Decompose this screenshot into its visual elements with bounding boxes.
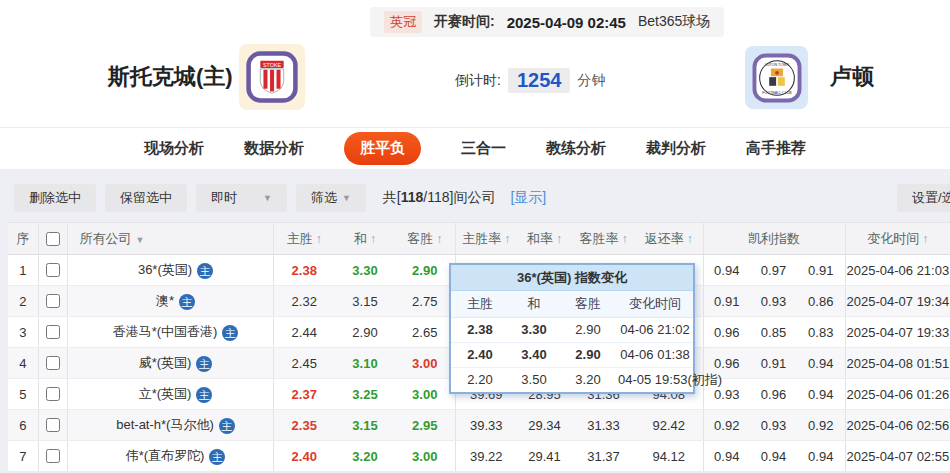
change-time-cell: 2025-04-07 19:34 <box>845 286 950 317</box>
kelly-cell: 0.94 <box>703 255 750 286</box>
odds-cell: 2.75 <box>395 286 455 317</box>
col-draw-rate[interactable]: 和率↑ <box>517 223 572 255</box>
kelly-cell: 0.86 <box>797 286 845 317</box>
sort-asc-icon: ↑ <box>622 232 628 246</box>
toolbar: 删除选中 保留选中 即时 ▼ 筛选 ▼ 共[118/118]间公司 [显示] <box>14 184 546 212</box>
settings-button[interactable]: 设置/选择 <box>897 184 950 212</box>
venue-name: Bet365球场 <box>638 13 710 31</box>
company-cell[interactable]: 立*(英国)主 <box>67 379 273 410</box>
odds-cell: 3.00 <box>395 379 455 410</box>
nav-tab-2[interactable]: 数据分析 <box>244 139 304 158</box>
kelly-cell: 0.93 <box>750 410 797 441</box>
company-cell[interactable]: 香港马*(中国香港)主 <box>67 317 273 348</box>
company-cell[interactable]: bet-at-h*(马尔他)主 <box>67 410 273 441</box>
nav-tab-4[interactable]: 三合一 <box>461 139 506 158</box>
row-checkbox[interactable] <box>46 263 60 277</box>
host-badge-icon: 主 <box>219 418 235 434</box>
col-kelly-index: 凯利指数 <box>703 223 845 255</box>
odds-cell: 2.35 <box>273 410 335 441</box>
odds-cell: 3.00 <box>395 441 455 472</box>
odds-cell: 2.40 <box>273 441 335 472</box>
odds-cell: 2.32 <box>273 286 335 317</box>
change-time-cell: 2025-04-06 21:03 <box>845 255 950 286</box>
row-checkbox[interactable] <box>46 418 60 432</box>
row-checkbox[interactable] <box>46 356 60 370</box>
popup-table-body: 2.383.302.9004-06 21:022.403.402.9004-06… <box>451 317 693 392</box>
col-home-win[interactable]: 主胜↑ <box>273 223 335 255</box>
odds-cell: 3.15 <box>335 286 395 317</box>
popup-header-row: 主胜 和 客胜 变化时间 <box>451 291 693 317</box>
kelly-cell: 0.91 <box>797 255 845 286</box>
row-checkbox[interactable] <box>46 325 60 339</box>
nav-tab-6[interactable]: 裁判分析 <box>646 139 706 158</box>
delete-selected-button[interactable]: 删除选中 <box>14 184 96 212</box>
company-cell[interactable]: 36*(英国)主 <box>67 255 273 286</box>
popup-cell: 2.90 <box>559 342 617 367</box>
chevron-down-icon: ▼ <box>263 193 272 203</box>
kelly-cell: 0.85 <box>750 317 797 348</box>
col-company[interactable]: 所有公司▼ <box>67 223 273 255</box>
col-away-win[interactable]: 客胜↑ <box>395 223 455 255</box>
company-name: bet-at-h*(马尔他) <box>116 417 214 432</box>
change-time-cell: 2025-04-08 01:51 <box>845 348 950 379</box>
league-badge: 英冠 <box>384 11 422 33</box>
change-time-cell: 2025-04-06 01:26 <box>845 379 950 410</box>
sort-asc-icon: ↑ <box>922 232 928 246</box>
host-badge-icon: 主 <box>209 449 225 465</box>
company-name: 澳* <box>156 293 174 308</box>
popup-cell: 3.40 <box>509 342 559 367</box>
col-change-time[interactable]: 变化时间↑ <box>845 223 950 255</box>
odds-cell: 2.38 <box>273 255 335 286</box>
host-badge-icon: 主 <box>197 263 213 279</box>
odds-cell: 2.44 <box>273 317 335 348</box>
svg-text:STOKE: STOKE <box>263 62 282 68</box>
nav-tab-5[interactable]: 教练分析 <box>546 139 606 158</box>
home-team-name: 斯托克城(主) <box>108 62 233 92</box>
row-select-cell <box>38 379 67 410</box>
popup-cell: 2.20 <box>451 367 509 392</box>
nav-tab-3[interactable]: 胜平负 <box>344 132 421 165</box>
sort-asc-icon: ↑ <box>370 232 376 246</box>
instant-dropdown[interactable]: 即时 ▼ <box>196 184 287 212</box>
countdown-value: 1254 <box>508 68 571 93</box>
kickoff-time: 2025-04-09 02:45 <box>507 14 626 31</box>
keep-selected-button[interactable]: 保留选中 <box>105 184 187 212</box>
countdown-label: 倒计时: <box>455 72 501 90</box>
nav-tab-1[interactable]: 现场分析 <box>144 139 204 158</box>
row-checkbox[interactable] <box>46 294 60 308</box>
col-select <box>38 223 67 255</box>
odds-cell: 3.20 <box>335 441 395 472</box>
rate-cell: 29.34 <box>517 410 572 441</box>
popup-row: 2.203.503.2004-05 19:53(初指) <box>451 367 693 392</box>
company-cell[interactable]: 威*(英国)主 <box>67 348 273 379</box>
row-number: 7 <box>8 441 38 472</box>
company-cell[interactable]: 澳*主 <box>67 286 273 317</box>
row-checkbox[interactable] <box>46 449 60 463</box>
nav-tab-7[interactable]: 高手推荐 <box>746 139 806 158</box>
col-away-rate[interactable]: 客胜率↑ <box>572 223 635 255</box>
stoke-city-crest-icon: STOKE <box>245 50 299 104</box>
kelly-cell: 0.94 <box>750 441 797 472</box>
col-home-rate[interactable]: 主胜率↑ <box>455 223 517 255</box>
filter-dropdown[interactable]: 筛选 ▼ <box>296 184 366 212</box>
away-team-logo: LUTON TOWN FOOTBALL CLUB <box>745 46 808 109</box>
select-all-checkbox[interactable] <box>46 232 60 246</box>
svg-text:FOOTBALL CLUB: FOOTBALL CLUB <box>762 90 792 94</box>
col-draw[interactable]: 和↑ <box>335 223 395 255</box>
odds-cell: 3.15 <box>335 410 395 441</box>
col-return-rate[interactable]: 返还率↑ <box>635 223 703 255</box>
change-time-cell: 2025-04-06 02:56 <box>845 410 950 441</box>
show-link[interactable]: [显示] <box>510 189 546 207</box>
odds-cell: 2.95 <box>395 410 455 441</box>
kelly-cell: 0.96 <box>703 317 750 348</box>
popup-cell: 04-06 21:02 <box>617 317 693 342</box>
table-row: 7伟*(直布罗陀)主2.403.203.0039.2229.4131.3794.… <box>8 441 950 472</box>
kelly-cell: 0.94 <box>797 348 845 379</box>
row-checkbox[interactable] <box>46 387 60 401</box>
kelly-cell: 0.92 <box>703 410 750 441</box>
company-name: 36*(英国) <box>138 262 192 277</box>
company-cell[interactable]: 伟*(直布罗陀)主 <box>67 441 273 472</box>
popup-cell: 2.38 <box>451 317 509 342</box>
odds-cell: 2.45 <box>273 348 335 379</box>
kickoff-label: 开赛时间: <box>434 13 495 31</box>
